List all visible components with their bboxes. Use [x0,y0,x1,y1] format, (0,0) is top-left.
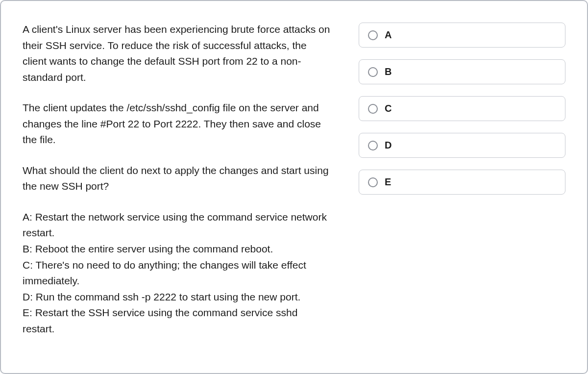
question-column: A client's Linux server has been experie… [23,22,331,351]
radio-icon [368,30,378,40]
radio-icon [368,141,378,150]
option-b[interactable]: B [359,59,565,84]
option-a[interactable]: A [359,23,565,48]
answer-text-a: A: Restart the network service using the… [23,209,331,241]
answer-text-c: C: There's no need to do anything; the c… [23,257,331,289]
option-label: A [385,29,392,41]
answer-text-d: D: Run the command ssh -p 2222 to start … [23,289,331,305]
option-e[interactable]: E [359,170,565,195]
radio-icon [368,104,378,114]
answer-text-e: E: Restart the SSH service using the com… [23,305,331,337]
option-label: C [385,103,392,114]
option-label: B [385,66,392,77]
question-paragraph-1: A client's Linux server has been experie… [23,22,331,85]
option-label: D [385,140,392,151]
options-column: A B C D E [359,22,565,351]
question-card: A client's Linux server has been experie… [0,0,588,374]
option-d[interactable]: D [359,133,565,158]
radio-icon [368,67,378,77]
answer-text-block: A: Restart the network service using the… [23,209,331,337]
answer-text-b: B: Reboot the entire server using the co… [23,241,331,257]
question-paragraph-2: The client updates the /etc/ssh/sshd_con… [23,100,331,148]
radio-icon [368,177,378,187]
option-label: E [385,176,391,188]
option-c[interactable]: C [359,96,565,121]
question-paragraph-3: What should the client do next to apply … [23,163,331,195]
